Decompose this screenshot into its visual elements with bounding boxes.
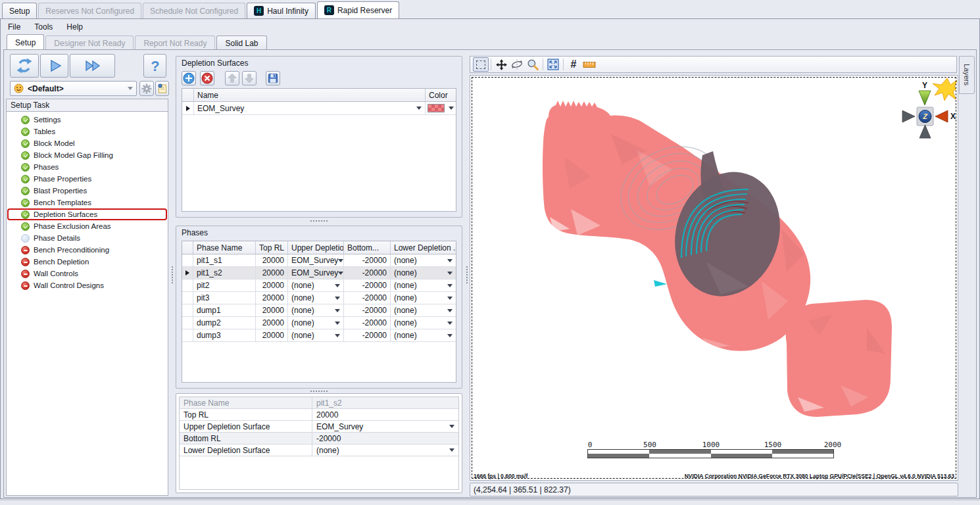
- mid-splitter-2[interactable]: [176, 389, 462, 393]
- color-column-header[interactable]: Color: [426, 89, 456, 101]
- tab-setup[interactable]: Setup: [7, 34, 44, 50]
- surface-color-cell[interactable]: [426, 102, 456, 114]
- tab-haul-infinity[interactable]: H Haul Infinity: [247, 3, 316, 18]
- dump-surface-mesh[interactable]: [786, 300, 892, 417]
- tab-rapid-reserver[interactable]: R Rapid Reserver: [317, 1, 399, 18]
- move-down-button[interactable]: [242, 71, 257, 85]
- zoom-tool-button[interactable]: [525, 57, 541, 72]
- lower-depletion-header[interactable]: Lower Depletion ...: [391, 241, 456, 254]
- profile-settings-button[interactable]: [139, 81, 154, 96]
- chevron-down-icon[interactable]: [416, 107, 422, 110]
- axis-gray-up-arrow[interactable]: [919, 125, 931, 138]
- axis-y-arrow[interactable]: [919, 91, 931, 105]
- 3d-viewport-canvas[interactable]: Y Z X: [472, 78, 957, 479]
- axis-y-label: Y: [922, 81, 927, 90]
- layers-panel-tab[interactable]: Layers: [959, 56, 975, 94]
- setup-task-block-model[interactable]: Block Model: [7, 137, 168, 149]
- setup-task-tables[interactable]: Tables: [7, 126, 168, 137]
- chevron-down-icon[interactable]: [447, 272, 453, 275]
- setup-task-phase-details[interactable]: Phase Details: [7, 232, 168, 244]
- setup-task-phases[interactable]: Phases: [7, 161, 168, 173]
- add-surface-button[interactable]: [182, 71, 196, 85]
- left-splitter[interactable]: [170, 53, 174, 496]
- mid-splitter-1[interactable]: [176, 218, 462, 223]
- chevron-down-icon[interactable]: [447, 297, 453, 300]
- setup-task-bench-templates[interactable]: Bench Templates: [7, 197, 168, 208]
- top-rl-header[interactable]: Top RL: [256, 241, 288, 254]
- zoom-extents-button[interactable]: [545, 57, 561, 72]
- property-row-bottom-rl[interactable]: Bottom RL -20000: [180, 433, 458, 445]
- chevron-down-icon[interactable]: [449, 107, 454, 110]
- delete-surface-button[interactable]: [200, 71, 214, 85]
- bottom-rl-header[interactable]: Bottom...: [344, 241, 391, 254]
- property-row-lower-depletion-surface[interactable]: Lower Depletion Surface (none): [180, 445, 458, 456]
- phase-row-dump3[interactable]: dump3 20000 (none) -20000 (none): [182, 329, 456, 342]
- tab-setup-project[interactable]: Setup: [2, 3, 37, 18]
- axis-gizmo[interactable]: Y Z X: [902, 78, 957, 138]
- setup-task-phase-properties[interactable]: Phase Properties: [7, 173, 168, 185]
- run-button[interactable]: [40, 54, 68, 78]
- menu-help[interactable]: Help: [61, 21, 89, 33]
- phase-row-dump1[interactable]: dump1 20000 (none) -20000 (none): [182, 304, 456, 317]
- chevron-down-icon[interactable]: [447, 284, 453, 287]
- menu-file[interactable]: File: [2, 21, 26, 33]
- chevron-down-icon[interactable]: [449, 448, 454, 452]
- setup-task-wall-controls[interactable]: Wall Controls: [7, 268, 168, 279]
- pan-tool-button[interactable]: [493, 57, 509, 72]
- menu-tools[interactable]: Tools: [28, 21, 59, 33]
- chevron-down-icon[interactable]: [338, 259, 343, 262]
- phase-row-pit2[interactable]: pit2 20000 (none) -20000 (none): [182, 279, 456, 292]
- chevron-down-icon[interactable]: [335, 284, 340, 287]
- phase-row-dump2[interactable]: dump2 20000 (none) -20000 (none): [182, 317, 456, 329]
- help-button[interactable]: ?: [143, 54, 166, 78]
- run-all-button[interactable]: [70, 54, 115, 78]
- phase-row-pit1_s2[interactable]: pit1_s2 20000 EOM_Survey -20000 (none): [182, 267, 456, 279]
- surface-name-cell[interactable]: EOM_Survey: [194, 102, 426, 114]
- refresh-button[interactable]: [10, 54, 39, 78]
- chevron-down-icon[interactable]: [447, 259, 453, 262]
- notes-button[interactable]: [155, 81, 169, 96]
- select-tool-button[interactable]: [473, 57, 489, 72]
- name-column-header[interactable]: Name: [194, 89, 426, 101]
- help-icon: ?: [147, 57, 163, 74]
- tab-solid-lab[interactable]: Solid Lab: [216, 36, 266, 50]
- sun-icon[interactable]: [933, 78, 957, 101]
- right-splitter[interactable]: [464, 53, 469, 496]
- property-row-upper-depletion-surface[interactable]: Upper Depletion Surface EOM_Survey: [180, 421, 458, 433]
- color-swatch[interactable]: [428, 104, 445, 112]
- chevron-down-icon[interactable]: [447, 309, 453, 312]
- setup-task-depletion-surfaces[interactable]: Depletion Surfaces: [7, 208, 167, 220]
- 3d-viewport[interactable]: Y Z X 0 500 1000 1500 2000: [470, 75, 958, 481]
- save-button[interactable]: [266, 71, 280, 85]
- move-up-button[interactable]: [225, 71, 239, 85]
- chevron-down-icon[interactable]: [335, 309, 340, 312]
- setup-task-block-model-gap-filling[interactable]: Block Model Gap Filling: [7, 149, 168, 161]
- surface-row[interactable]: EOM_Survey: [182, 102, 456, 115]
- chevron-down-icon[interactable]: [449, 425, 454, 428]
- setup-task-wall-control-designs[interactable]: Wall Control Designs: [7, 279, 168, 291]
- profile-selector[interactable]: <Default>: [10, 81, 137, 96]
- property-row-top-rl[interactable]: Top RL 20000: [180, 409, 458, 421]
- chevron-down-icon[interactable]: [447, 322, 453, 325]
- upper-depletion-header[interactable]: Upper Depletion ...: [288, 241, 344, 254]
- phase-name-header[interactable]: Phase Name: [193, 241, 256, 254]
- grid-toggle-button[interactable]: #: [566, 57, 581, 72]
- ruler-tool-button[interactable]: [581, 57, 597, 72]
- chevron-down-icon[interactable]: [335, 334, 340, 337]
- chevron-down-icon[interactable]: [335, 297, 340, 300]
- chevron-down-icon[interactable]: [335, 322, 340, 325]
- setup-task-bench-preconditioning[interactable]: Bench Preconditioning: [7, 244, 168, 256]
- chevron-down-icon[interactable]: [338, 272, 343, 275]
- setup-task-bench-depletion[interactable]: Bench Depletion: [7, 256, 168, 268]
- chevron-down-icon[interactable]: [447, 334, 453, 337]
- setup-task-settings[interactable]: Settings: [7, 114, 168, 126]
- setup-task-blast-properties[interactable]: Blast Properties: [7, 185, 168, 197]
- axis-gray-right-arrow[interactable]: [902, 110, 915, 122]
- phase-row-pit1_s1[interactable]: pit1_s1 20000 EOM_Survey -20000 (none): [182, 254, 456, 267]
- axis-x-arrow[interactable]: [935, 110, 948, 122]
- phase-row-pit3[interactable]: pit3 20000 (none) -20000 (none): [182, 292, 456, 304]
- orbit-tool-button[interactable]: [509, 57, 525, 72]
- setup-task-title: Setup Task: [11, 101, 49, 110]
- profile-icon: [14, 84, 24, 93]
- setup-task-phase-exclusion-areas[interactable]: Phase Exclusion Areas: [7, 220, 168, 232]
